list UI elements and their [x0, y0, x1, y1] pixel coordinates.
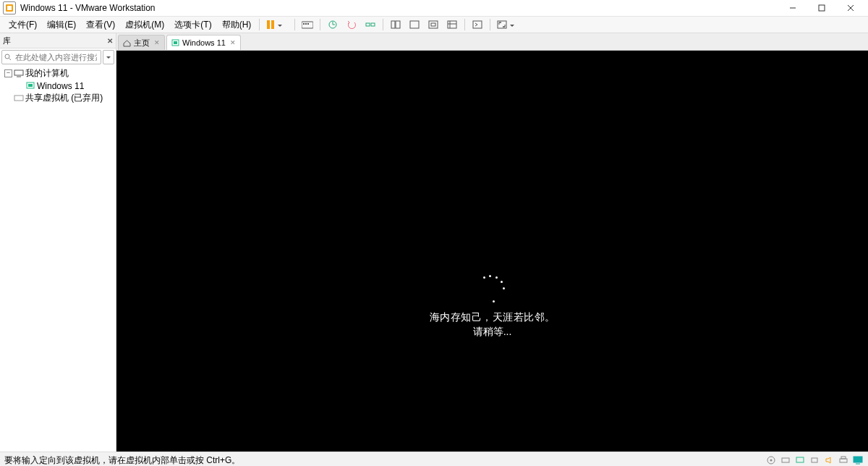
search-icon — [4, 54, 11, 61]
send-ctrl-alt-del-button[interactable] — [299, 17, 316, 33]
vmware-app-icon — [3, 1, 16, 14]
svg-line-26 — [9, 59, 11, 61]
snapshot-take-button[interactable] — [324, 17, 341, 33]
menu-view[interactable]: 查看(V) — [82, 17, 119, 33]
vm-console[interactable]: 海内存知己，天涯若比邻。 请稍等... — [116, 51, 868, 452]
svg-rect-18 — [429, 21, 438, 28]
title-bar: Windows 11 - VMware Workstation — [0, 0, 868, 17]
content-area: 主页 ✕ Windows 11 ✕ 海内存知己，天涯若比邻。 请稍等... — [116, 33, 868, 452]
status-icons — [765, 454, 864, 466]
stretch-guest-button[interactable] — [494, 17, 522, 33]
svg-rect-7 — [303, 23, 305, 25]
tree-label: 共享虚拟机 (已弃用) — [25, 92, 103, 104]
library-tree: − 我的计算机 Windows 11 共享虚拟机 (已弃用) — [0, 66, 116, 106]
network-icon[interactable] — [794, 454, 806, 466]
tab-home[interactable]: 主页 ✕ — [118, 35, 165, 50]
svg-rect-37 — [796, 457, 804, 462]
tab-label: 主页 — [134, 38, 150, 48]
svg-rect-30 — [28, 84, 33, 87]
view-single-button[interactable] — [387, 17, 404, 33]
svg-rect-31 — [14, 96, 23, 101]
svg-rect-36 — [782, 458, 789, 462]
library-search-box[interactable] — [1, 50, 101, 64]
window-title: Windows 11 - VMware Workstation — [20, 3, 156, 13]
svg-point-25 — [5, 54, 9, 59]
svg-rect-20 — [448, 21, 456, 28]
library-sidebar: 库 ✕ − 我的计算机 — [0, 33, 116, 452]
tree-label: 我的计算机 — [25, 67, 69, 80]
menu-vm[interactable]: 虚拟机(M) — [121, 17, 169, 33]
minimize-button[interactable] — [778, 0, 807, 16]
tab-windows11[interactable]: Windows 11 ✕ — [166, 35, 241, 50]
toolbar-separator — [320, 19, 320, 30]
svg-rect-15 — [391, 21, 395, 28]
usb-icon[interactable] — [809, 454, 820, 466]
maximize-button[interactable] — [807, 0, 836, 16]
svg-rect-14 — [371, 23, 375, 26]
loading-line1: 海内存知己，天涯若比邻。 — [116, 311, 868, 324]
vm-icon — [171, 39, 179, 47]
menu-edit[interactable]: 编辑(E) — [43, 17, 80, 33]
tree-my-computer[interactable]: − 我的计算机 — [0, 67, 116, 80]
library-search-input[interactable] — [14, 52, 98, 62]
quick-switch-button[interactable] — [469, 17, 486, 33]
snapshot-revert-button[interactable] — [343, 17, 360, 33]
loading-spinner-icon — [478, 275, 507, 304]
computer-icon — [14, 69, 24, 78]
sound-icon[interactable] — [823, 454, 835, 466]
status-message: 要将输入定向到该虚拟机，请在虚拟机内部单击或按 Ctrl+G。 — [4, 454, 240, 467]
shared-icon — [14, 94, 24, 103]
svg-rect-17 — [410, 21, 419, 28]
library-search-dropdown[interactable] — [103, 50, 114, 64]
expander-icon[interactable]: − — [4, 69, 12, 77]
svg-rect-5 — [271, 20, 274, 29]
library-header: 库 ✕ — [0, 33, 116, 48]
svg-point-35 — [770, 459, 773, 462]
svg-rect-1 — [819, 5, 825, 11]
tree-windows11[interactable]: Windows 11 — [0, 80, 116, 92]
vm-icon — [25, 82, 35, 90]
svg-rect-19 — [431, 23, 435, 26]
toolbar-separator — [490, 19, 490, 30]
view-console-button[interactable] — [406, 17, 423, 33]
svg-rect-4 — [267, 20, 270, 29]
svg-rect-27 — [14, 70, 23, 75]
tab-label: Windows 11 — [182, 38, 226, 47]
svg-rect-8 — [305, 23, 307, 25]
hdd-icon[interactable] — [780, 454, 791, 466]
tree-label: Windows 11 — [37, 81, 84, 91]
loading-line2: 请稍等... — [116, 326, 868, 339]
menu-help[interactable]: 帮助(H) — [218, 17, 256, 33]
menu-bar: 文件(F) 编辑(E) 查看(V) 虚拟机(M) 选项卡(T) 帮助(H) — [0, 17, 868, 33]
svg-rect-13 — [366, 23, 370, 26]
fullscreen-button[interactable] — [425, 17, 442, 33]
tab-strip: 主页 ✕ Windows 11 ✕ — [116, 33, 868, 51]
svg-rect-38 — [812, 458, 817, 462]
tab-close-button[interactable]: ✕ — [154, 39, 160, 46]
toolbar-separator — [294, 19, 295, 30]
home-icon — [123, 39, 131, 47]
svg-rect-40 — [840, 459, 847, 462]
svg-rect-9 — [307, 23, 309, 25]
svg-rect-41 — [841, 457, 846, 459]
library-close-button[interactable]: ✕ — [107, 37, 113, 45]
svg-marker-39 — [826, 457, 830, 463]
tab-close-button[interactable]: ✕ — [230, 39, 236, 46]
pause-button[interactable] — [263, 17, 291, 33]
library-title: 库 — [3, 35, 11, 46]
unity-button[interactable] — [443, 17, 461, 33]
tree-shared-vms[interactable]: 共享虚拟机 (已弃用) — [0, 92, 116, 104]
snapshot-manager-button[interactable] — [362, 17, 379, 33]
toolbar-separator — [383, 19, 383, 30]
cd-icon[interactable] — [765, 454, 777, 466]
toolbar-separator — [464, 19, 465, 30]
svg-rect-6 — [302, 22, 313, 28]
status-bar: 要将输入定向到该虚拟机，请在虚拟机内部单击或按 Ctrl+G。 — [0, 452, 868, 466]
loading-message: 海内存知己，天涯若比邻。 请稍等... — [116, 311, 868, 339]
menu-tabs[interactable]: 选项卡(T) — [170, 17, 216, 33]
printer-icon[interactable] — [838, 454, 849, 466]
menu-file[interactable]: 文件(F) — [4, 17, 41, 33]
svg-rect-42 — [854, 457, 862, 462]
close-button[interactable] — [836, 0, 865, 16]
display-icon[interactable] — [852, 454, 864, 466]
